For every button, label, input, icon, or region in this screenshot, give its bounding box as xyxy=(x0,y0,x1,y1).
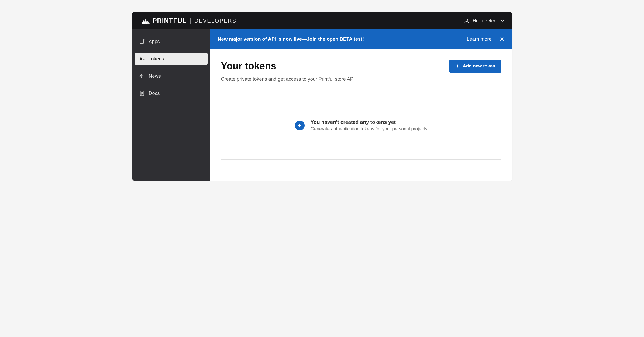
header-bar: PRINTFUL DEVELOPERS Hello Peter xyxy=(132,12,512,29)
brand-block: PRINTFUL DEVELOPERS xyxy=(140,17,236,25)
page-title: Your tokens xyxy=(221,60,276,72)
user-menu[interactable]: Hello Peter xyxy=(464,18,504,23)
apps-icon xyxy=(139,39,145,45)
app-frame: PRINTFUL DEVELOPERS Hello Peter xyxy=(132,12,512,181)
main-area: New major version of API is now live—Joi… xyxy=(210,29,512,181)
sidebar-item-news[interactable]: News xyxy=(135,70,208,82)
sidebar-item-apps[interactable]: Apps xyxy=(135,35,208,48)
document-icon xyxy=(139,90,145,96)
key-icon xyxy=(139,56,145,62)
page-content: Your tokens Add new token Create private… xyxy=(210,49,512,173)
plus-icon xyxy=(455,64,460,68)
sidebar-item-tokens[interactable]: Tokens xyxy=(135,53,208,65)
banner-close-button[interactable] xyxy=(499,36,505,42)
brand-subtitle: DEVELOPERS xyxy=(194,18,236,24)
banner-actions: Learn more xyxy=(467,36,504,42)
add-button-label: Add new token xyxy=(463,63,495,69)
sidebar: Apps Tokens xyxy=(132,29,210,181)
sidebar-item-label: Docs xyxy=(149,91,160,96)
title-row: Your tokens Add new token xyxy=(221,60,501,73)
close-icon xyxy=(499,36,505,42)
sidebar-item-docs[interactable]: Docs xyxy=(135,87,208,100)
svg-point-3 xyxy=(466,19,468,21)
user-greeting: Hello Peter xyxy=(473,18,495,23)
empty-title: You haven't created any tokens yet xyxy=(311,119,427,125)
brand-separator xyxy=(190,18,191,24)
announcement-banner: New major version of API is now live—Joi… xyxy=(210,29,512,49)
banner-text: New major version of API is now live—Joi… xyxy=(218,36,364,42)
empty-plus-icon xyxy=(295,121,305,130)
empty-state[interactable]: You haven't created any tokens yet Gener… xyxy=(233,103,490,148)
brand-name: PRINTFUL xyxy=(153,17,187,25)
tokens-card: You haven't created any tokens yet Gener… xyxy=(221,91,501,160)
megaphone-icon xyxy=(139,73,145,79)
brand-logo: PRINTFUL xyxy=(140,17,187,25)
empty-text: You haven't created any tokens yet Gener… xyxy=(311,119,427,132)
page-subtitle: Create private tokens and get access to … xyxy=(221,76,501,82)
svg-point-7 xyxy=(140,58,142,60)
banner-learn-more-link[interactable]: Learn more xyxy=(467,36,491,42)
sidebar-item-label: News xyxy=(149,73,161,79)
sidebar-item-label: Apps xyxy=(149,39,160,45)
add-new-token-button[interactable]: Add new token xyxy=(449,60,501,73)
mountains-icon xyxy=(140,18,150,24)
empty-subtitle: Generate authentication tokens for your … xyxy=(311,126,427,132)
chevron-down-icon xyxy=(500,19,505,23)
body-layout: Apps Tokens xyxy=(132,29,512,181)
user-icon xyxy=(464,18,469,23)
svg-rect-4 xyxy=(140,40,143,44)
sidebar-item-label: Tokens xyxy=(149,56,164,62)
plus-icon xyxy=(297,123,302,128)
